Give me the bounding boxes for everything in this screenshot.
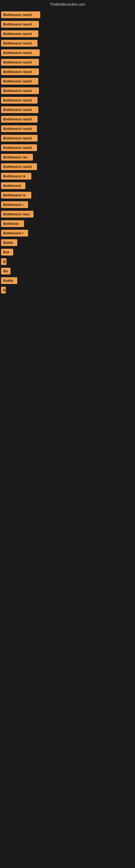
list-item: Bot bbox=[1, 249, 134, 257]
list-item: Bottleneck result bbox=[1, 97, 134, 105]
list-item: Bottleneck result bbox=[1, 68, 134, 76]
list-item: Bottleneck result bbox=[1, 50, 134, 57]
list-item: Bottleneck result bbox=[1, 11, 134, 19]
list-item: Bottleneck result bbox=[1, 125, 134, 133]
list-item: Bottleneck result bbox=[1, 78, 134, 86]
bottleneck-badge[interactable]: Bottleneck re bbox=[1, 192, 31, 198]
bottleneck-badge[interactable]: Bottleneck resu bbox=[1, 211, 34, 218]
list-item: Bottlenec bbox=[1, 220, 134, 228]
header: TheBottlenecker.com bbox=[0, 0, 135, 9]
bottleneck-badge[interactable]: Bottleneck result bbox=[1, 68, 39, 75]
bottleneck-badge[interactable]: Bottleneck result bbox=[1, 163, 37, 170]
bottleneck-badge[interactable]: Bottleneck result bbox=[1, 50, 40, 56]
list-item: Bottleneck result bbox=[1, 59, 134, 67]
bottleneck-badge[interactable]: Bottleneck result bbox=[1, 40, 38, 46]
bottleneck-badge[interactable]: B bbox=[1, 258, 6, 265]
bottleneck-badge[interactable]: Bottleneck result bbox=[1, 125, 37, 132]
list-item: Bottleneck result bbox=[1, 106, 134, 114]
bottleneck-badge[interactable]: Bottleneck result bbox=[1, 21, 39, 28]
bottleneck-badge[interactable]: Bottleneck result bbox=[1, 144, 37, 151]
list-item: Bottleneck re bbox=[1, 192, 134, 199]
list-item: Bottleneck bbox=[1, 182, 134, 190]
site-title: TheBottlenecker.com bbox=[0, 0, 135, 9]
list-item: Bo bbox=[1, 268, 134, 276]
bottleneck-badge[interactable]: Bottleneck result bbox=[1, 106, 38, 113]
list-item: Bottle bbox=[1, 277, 134, 285]
list-item: B bbox=[1, 258, 134, 266]
bottleneck-badge[interactable]: Bottleneck result bbox=[1, 59, 39, 66]
bottleneck-badge[interactable]: Bottleneck result bbox=[1, 97, 38, 104]
bottleneck-list: Bottleneck resultBottleneck resultBottle… bbox=[0, 9, 135, 297]
bottleneck-badge[interactable]: Bottleneck result bbox=[1, 135, 38, 142]
bottleneck-badge[interactable]: Bottleneck result bbox=[1, 116, 38, 123]
list-item: Bottleneck result bbox=[1, 40, 134, 48]
bottleneck-badge[interactable]: Bottleneck r bbox=[1, 230, 28, 237]
list-item: Bottleneck res bbox=[1, 154, 134, 162]
list-item: Bottleneck r bbox=[1, 230, 134, 238]
bottleneck-badge[interactable]: Bottleneck result bbox=[1, 78, 38, 85]
list-item: Bottleneck result bbox=[1, 87, 134, 95]
bottleneck-badge[interactable]: Bottleneck bbox=[1, 182, 26, 189]
bottleneck-badge[interactable]: Bottlenec bbox=[1, 220, 24, 227]
bottleneck-badge[interactable]: Bot bbox=[1, 249, 13, 255]
list-item: Bottleneck result bbox=[1, 144, 134, 152]
bottleneck-badge[interactable]: B bbox=[1, 287, 6, 293]
bottleneck-badge[interactable]: Bottle bbox=[1, 277, 17, 284]
bottleneck-badge[interactable]: Bottleneck result bbox=[1, 87, 39, 94]
list-item: B bbox=[1, 287, 134, 294]
bottleneck-badge[interactable]: Bottleneck result bbox=[1, 11, 40, 18]
bottleneck-badge[interactable]: Bo bbox=[1, 268, 10, 275]
bottleneck-badge[interactable]: Bottleneck r bbox=[1, 201, 28, 208]
list-item: Bottleneck result bbox=[1, 30, 134, 38]
list-item: Bottleneck resu bbox=[1, 211, 134, 219]
bottleneck-badge[interactable]: Bottleneck res bbox=[1, 154, 33, 161]
bottleneck-badge[interactable]: Bottleneck result bbox=[1, 30, 38, 37]
list-item: Bottleneck r bbox=[1, 201, 134, 209]
list-item: Bottleneck result bbox=[1, 163, 134, 171]
bottleneck-badge[interactable]: Bottleneck re bbox=[1, 173, 31, 180]
list-item: Bottleneck re bbox=[1, 173, 134, 181]
list-item: Bottleneck result bbox=[1, 135, 134, 143]
list-item: Bottleneck result bbox=[1, 21, 134, 29]
list-item: Bottle bbox=[1, 239, 134, 247]
bottleneck-badge[interactable]: Bottle bbox=[1, 239, 17, 246]
list-item: Bottleneck result bbox=[1, 116, 134, 124]
